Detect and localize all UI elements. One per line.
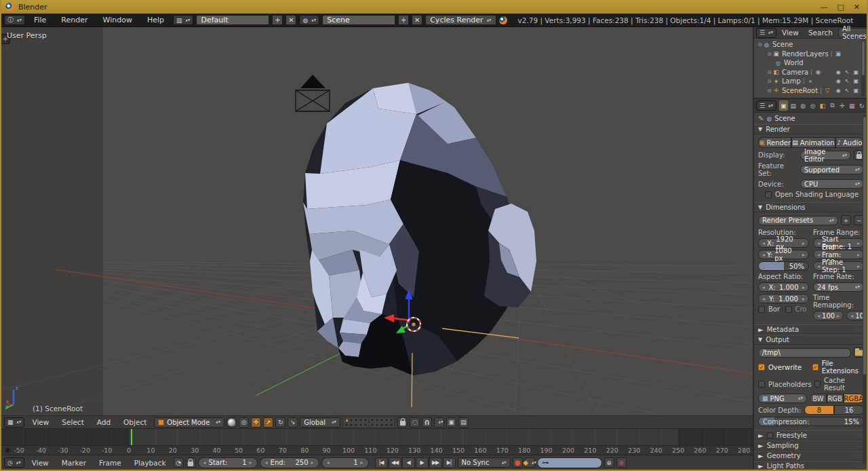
- frame-rate-select[interactable]: 24 fps▲▼: [813, 282, 864, 292]
- selectable-arrow-icon[interactable]: ↖: [845, 69, 850, 75]
- expand-icon[interactable]: ⊖: [766, 88, 772, 94]
- render-engine-select[interactable]: Cycles Render▲▼: [425, 15, 496, 25]
- layer-toggle-cell[interactable]: [375, 423, 379, 427]
- outliner-row-sceneroot[interactable]: ⊖ ✛ SceneRoot |▽ ◉ ↖ ▣: [754, 86, 867, 96]
- rgba-button[interactable]: RGBA: [844, 394, 864, 403]
- feature-set-select[interactable]: Supported▲▼: [800, 165, 864, 174]
- properties-scrollbar[interactable]: [863, 115, 867, 464]
- expand-icon[interactable]: ⊖: [766, 51, 772, 57]
- overwrite-checkbox[interactable]: ✓Overwrite: [758, 364, 810, 371]
- opengl-render-button[interactable]: ▣: [446, 417, 456, 428]
- section-light-paths[interactable]: ►Light Paths::::: [754, 461, 868, 470]
- resolution-x-field[interactable]: ◂X:1920 px▸: [758, 238, 809, 248]
- editor-type-info-button[interactable]: ⓘ▲▼: [4, 15, 25, 25]
- layer-toggle-cell[interactable]: [384, 423, 389, 427]
- freestyle-checkbox[interactable]: [767, 432, 773, 438]
- renderable-camera-icon[interactable]: ▣: [853, 69, 859, 75]
- layer-toggle-cell[interactable]: [363, 418, 368, 422]
- jump-to-start-button[interactable]: |◀: [375, 457, 388, 468]
- use-preview-range-button[interactable]: ◔: [174, 457, 184, 468]
- section-geometry[interactable]: ►Geometry::::: [754, 451, 868, 461]
- viewport-shading-button[interactable]: [226, 417, 237, 428]
- keying-set-type-button[interactable]: ◆▲▼: [525, 457, 535, 468]
- tab-scene[interactable]: ◍: [799, 100, 807, 111]
- layer-toggle-cell[interactable]: [354, 423, 358, 427]
- preset-add-button[interactable]: +: [841, 215, 851, 225]
- active-keying-set-field[interactable]: ⊶: [537, 457, 602, 468]
- timeline-ruler[interactable]: -50-40-30-20-100102030405060708090100110…: [1, 445, 753, 455]
- close-button[interactable]: ✕: [854, 3, 860, 12]
- manipulator-arrow-button[interactable]: ↗: [263, 417, 273, 428]
- insert-keyframe-button[interactable]: ⊕: [604, 457, 614, 468]
- selectable-arrow-icon[interactable]: ↖: [845, 78, 850, 84]
- pin-icon[interactable]: ✎: [758, 115, 764, 122]
- resolution-scale-slider[interactable]: 50%: [758, 261, 809, 271]
- frame-step-field[interactable]: ◂Frame Step: 1▸: [813, 261, 864, 271]
- timeline-playhead[interactable]: [131, 429, 132, 445]
- layer-toggle-cell[interactable]: [375, 418, 379, 422]
- tab-constraints[interactable]: ⧉: [828, 100, 836, 111]
- editor-type-timeline-button[interactable]: ◷▲▼: [4, 457, 24, 468]
- tab-physics[interactable]: ↻: [858, 100, 866, 111]
- timeline-marker-menu[interactable]: Marker: [56, 459, 92, 467]
- timeline-playback-menu[interactable]: Playback: [129, 459, 172, 467]
- device-select[interactable]: CPU▲▼: [800, 179, 864, 189]
- outliner-row-renderlayers[interactable]: ⊖ ▣ RenderLayers |▣: [754, 50, 867, 59]
- render-presets-select[interactable]: Render Presets▲▼: [758, 216, 838, 225]
- expand-icon[interactable]: ⊖: [757, 41, 763, 48]
- manipulator-rotate-button[interactable]: ↻: [275, 417, 285, 428]
- border-checkbox[interactable]: Bor: [758, 305, 783, 313]
- osl-checkbox[interactable]: Open Shading Language: [758, 191, 864, 198]
- lock-time-button[interactable]: [186, 457, 196, 468]
- section-render[interactable]: ▼Render::::: [754, 124, 868, 134]
- section-sampling[interactable]: ►Sampling::::: [754, 440, 868, 451]
- editor-type-outliner-button[interactable]: ☰▲▼: [756, 28, 776, 38]
- screen-layout-field[interactable]: Default: [196, 15, 269, 25]
- layer-toggle-cell[interactable]: [370, 423, 374, 427]
- renderable-camera-icon[interactable]: ▣: [853, 78, 859, 84]
- layer-buttons[interactable]: [344, 418, 393, 427]
- snap-element-select[interactable]: ▲▼: [434, 417, 444, 428]
- menu-render[interactable]: Render: [55, 16, 94, 24]
- pivot-point-select[interactable]: ◎: [239, 417, 249, 428]
- tab-render[interactable]: ▣: [779, 100, 788, 111]
- screen-layout-icon[interactable]: ▥▲▼: [173, 15, 193, 25]
- expand-icon[interactable]: ⊖: [766, 69, 772, 75]
- viewport-3d[interactable]: z x y + User Persp (1) SceneRoot: [1, 27, 753, 415]
- prev-keyframe-button[interactable]: ◀◀: [389, 457, 401, 468]
- tab-material[interactable]: ▦: [848, 100, 856, 111]
- layer-toggle-cell[interactable]: [380, 418, 384, 422]
- timeline-view-menu[interactable]: View: [26, 459, 54, 467]
- transform-orientation-select[interactable]: Global▲▼: [300, 417, 340, 428]
- sync-mode-select[interactable]: No Sync▲▼: [458, 457, 511, 468]
- outliner-search-menu[interactable]: Search: [804, 29, 837, 37]
- end-frame-field[interactable]: ◂End: 250▸: [260, 457, 319, 468]
- next-keyframe-button[interactable]: ▶▶: [429, 457, 442, 468]
- layer-toggle-cell[interactable]: [380, 423, 384, 427]
- layer-toggle-cell[interactable]: [363, 423, 368, 427]
- render-audio-button[interactable]: ♪Audio: [835, 137, 864, 148]
- display-select[interactable]: Image Editor▲▼: [800, 151, 851, 160]
- mode-select[interactable]: Object Mode▲▼: [154, 417, 224, 428]
- outliner-row-scene[interactable]: ⊖ ◍ Scene: [754, 40, 867, 50]
- expand-icon[interactable]: ⊖: [766, 78, 772, 84]
- section-dimensions[interactable]: ▼Dimensions::::: [754, 202, 868, 212]
- layer-toggle-cell[interactable]: [359, 423, 363, 427]
- outliner-row-world[interactable]: ◎ World: [754, 58, 867, 68]
- editor-type-3dview-button[interactable]: ▦▲▼: [4, 417, 24, 428]
- section-output[interactable]: ▼Output::::: [754, 335, 868, 345]
- maximize-button[interactable]: □: [837, 3, 844, 12]
- current-frame-field[interactable]: ◂1▸: [321, 457, 369, 468]
- layer-toggle-cell[interactable]: [370, 418, 374, 422]
- timeline-frame-menu[interactable]: Frame: [94, 459, 127, 467]
- screen-layout-delete-button[interactable]: ✕: [285, 15, 296, 25]
- render-button[interactable]: ▣Render: [758, 137, 791, 148]
- layer-toggle-cell[interactable]: [354, 418, 358, 422]
- visibility-eye-icon[interactable]: ◉: [836, 88, 841, 94]
- resolution-y-field[interactable]: ◂Y:1080 px▸: [758, 250, 809, 259]
- minimize-button[interactable]: —: [820, 3, 827, 12]
- auto-keyframe-record-button[interactable]: ●: [513, 457, 523, 468]
- visibility-eye-icon[interactable]: ◉: [836, 69, 841, 75]
- depth-8-button[interactable]: 8: [804, 405, 834, 415]
- opengl-render-anim-button[interactable]: ▤: [458, 417, 469, 428]
